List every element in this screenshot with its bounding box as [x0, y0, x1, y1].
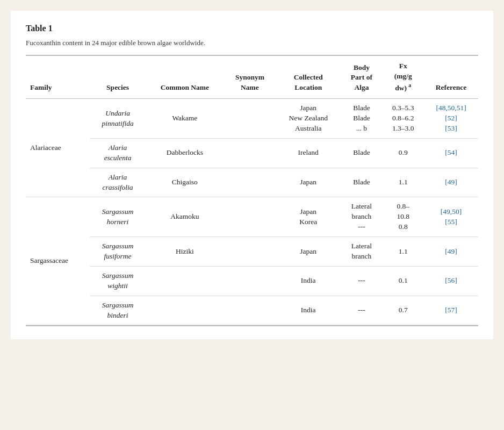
fx-cell: 0.7 — [382, 296, 424, 325]
family-cell: Sargassaceae — [26, 197, 90, 325]
table-row: SargassumfusiformeHizikiJapanLateralbran… — [26, 237, 478, 267]
reference-cell: [48,50,51][52][53] — [424, 99, 478, 139]
body-part-cell: Lateralbranch--- — [341, 197, 382, 237]
species-cell: Undariapinnatifida — [90, 99, 145, 139]
col-location: CollectedLocation — [276, 56, 341, 99]
fx-cell: 0.1 — [382, 266, 424, 296]
reference-link[interactable]: [56] — [445, 276, 457, 284]
reference-link[interactable]: [53] — [445, 124, 457, 132]
fx-cell: 0.8–10.80.8 — [382, 197, 424, 237]
page-container: Table 1 Fucoxanthin content in 24 major … — [11, 11, 493, 339]
table-scroll-container[interactable]: Family Species Common Name SynonymName C… — [26, 55, 478, 326]
table-title: Table 1 — [26, 24, 478, 33]
reference-cell: [49] — [424, 168, 478, 197]
location-cell: JapanKorea — [276, 197, 341, 237]
col-fx: Fx(mg/gdw) a — [382, 56, 424, 99]
table-caption: Fucoxanthin content in 24 major edible b… — [26, 39, 478, 47]
table-row: SargassumbinderiIndia---0.7[57] — [26, 296, 478, 325]
col-body-part: BodyPart ofAlga — [341, 56, 382, 99]
reference-link[interactable]: [49] — [445, 178, 457, 186]
table-row: AlariaesculentaDabberlocksIrelandBlade0.… — [26, 138, 478, 168]
synonym-cell — [224, 168, 276, 197]
reference-link[interactable]: [49,50] — [441, 207, 462, 216]
body-part-cell: --- — [341, 266, 382, 296]
fx-cell: 1.1 — [382, 237, 424, 267]
family-cell: Alariaceae — [26, 99, 90, 197]
synonym-cell — [224, 266, 276, 296]
species-cell: Alariaesculenta — [90, 138, 145, 168]
common-name-cell: Hiziki — [146, 237, 224, 267]
body-part-cell: Blade — [341, 168, 382, 197]
body-part-cell: BladeBlade... b — [341, 99, 382, 139]
common-name-cell — [146, 296, 224, 325]
fx-cell: 1.1 — [382, 168, 424, 197]
header-row: Family Species Common Name SynonymName C… — [26, 56, 478, 99]
reference-link[interactable]: [54] — [445, 148, 457, 156]
body-part-cell: Blade — [341, 138, 382, 168]
col-species: Species — [90, 56, 145, 99]
table-row: AlariacrassifoliaChigaisoJapanBlade1.1[4… — [26, 168, 478, 197]
col-reference: Reference — [424, 56, 478, 99]
synonym-cell — [224, 237, 276, 267]
reference-cell: [57] — [424, 296, 478, 325]
body-part-cell: Lateralbranch — [341, 237, 382, 267]
species-cell: Sargassumbinderi — [90, 296, 145, 325]
reference-link[interactable]: [48,50,51] — [436, 104, 466, 112]
table-row: SargassaceaeSargassumhorneriAkamokuJapan… — [26, 197, 478, 237]
reference-cell: [49,50][55] — [424, 197, 478, 237]
species-cell: Alariacrassifolia — [90, 168, 145, 197]
col-synonym: SynonymName — [224, 56, 276, 99]
common-name-cell: Akamoku — [146, 197, 224, 237]
reference-cell: [56] — [424, 266, 478, 296]
table-row: AlariaceaeUndariapinnatifidaWakameJapanN… — [26, 99, 478, 139]
species-cell: Sargassumfusiforme — [90, 237, 145, 267]
synonym-cell — [224, 197, 276, 237]
col-common-name: Common Name — [146, 56, 224, 99]
synonym-cell — [224, 296, 276, 325]
common-name-cell: Wakame — [146, 99, 224, 139]
species-cell: Sargassumhorneri — [90, 197, 145, 237]
species-cell: Sargassumwightii — [90, 266, 145, 296]
reference-link[interactable]: [52] — [445, 114, 457, 122]
location-cell: JapanNew ZealandAustralia — [276, 99, 341, 139]
col-family: Family — [26, 56, 90, 99]
fx-cell: 0.3–5.30.8–6.21.3–3.0 — [382, 99, 424, 139]
fx-cell: 0.9 — [382, 138, 424, 168]
synonym-cell — [224, 138, 276, 168]
common-name-cell: Chigaiso — [146, 168, 224, 197]
common-name-cell — [146, 266, 224, 296]
reference-link[interactable]: [49] — [445, 247, 457, 255]
location-cell: Japan — [276, 168, 341, 197]
reference-cell: [54] — [424, 138, 478, 168]
reference-link[interactable]: [55] — [445, 218, 457, 226]
body-part-cell: --- — [341, 296, 382, 325]
location-cell: Ireland — [276, 138, 341, 168]
table-row: SargassumwightiiIndia---0.1[56] — [26, 266, 478, 296]
synonym-cell — [224, 99, 276, 139]
location-cell: India — [276, 296, 341, 325]
reference-link[interactable]: [57] — [445, 306, 457, 314]
reference-cell: [49] — [424, 237, 478, 267]
location-cell: India — [276, 266, 341, 296]
common-name-cell: Dabberlocks — [146, 138, 224, 168]
location-cell: Japan — [276, 237, 341, 267]
main-table: Family Species Common Name SynonymName C… — [26, 56, 478, 325]
